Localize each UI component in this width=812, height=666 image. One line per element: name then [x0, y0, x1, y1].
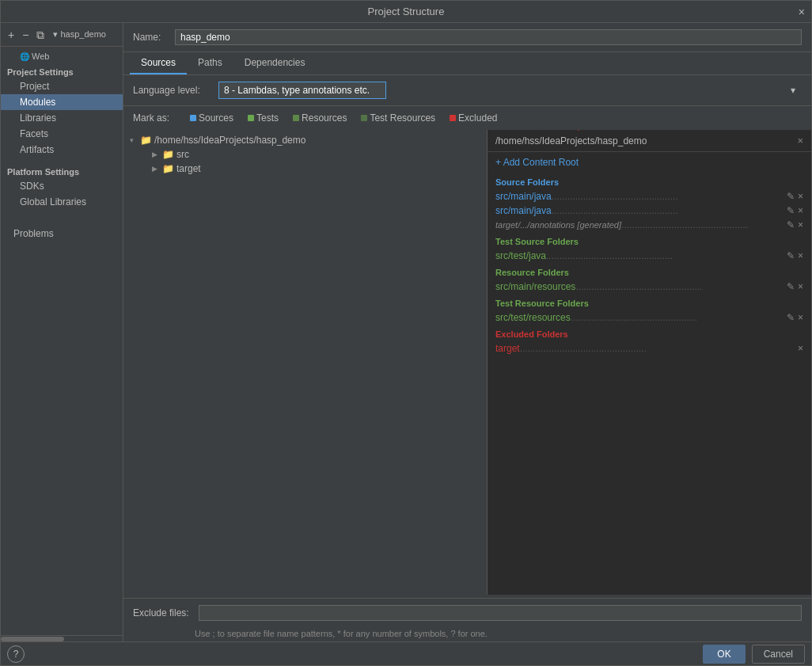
resource-folders-header: Resource Folders	[488, 263, 811, 280]
sidebar-item-libraries[interactable]: Libraries	[1, 110, 123, 126]
language-level-wrapper: 3 - Java 1.35 - Enums, autoboxing etc.6 …	[218, 82, 802, 99]
sidebar-item-project[interactable]: Project	[1, 78, 123, 94]
edit-resource-1[interactable]: ✎	[787, 281, 795, 292]
sidebar-item-sdks[interactable]: SDKs	[1, 178, 123, 194]
folder-dots-1: ........................................…	[552, 191, 787, 202]
sidebar-tree-web: 🌐 Web	[1, 50, 123, 63]
language-level-label: Language level:	[133, 85, 212, 96]
resources-dot	[293, 115, 299, 121]
right-panel: Name: Sources Paths Dependencies Languag…	[123, 23, 811, 641]
excluded-folder-row-1: target .................................…	[488, 341, 811, 356]
excluded-folder-actions-1: ×	[798, 343, 803, 354]
bottom-bar: ? OK Cancel	[1, 641, 811, 665]
remove-module-button[interactable]: −	[20, 28, 31, 42]
main-content: + − ⧉ ▾ hasp_demo 🌐 Web Project Settings…	[1, 23, 811, 641]
source-folders-header: Source Folders	[488, 173, 811, 189]
chevron-right-icon-2: ▶	[152, 165, 160, 173]
edit-source-folder-1[interactable]: ✎	[787, 191, 795, 202]
sidebar-item-artifacts[interactable]: Artifacts	[1, 142, 123, 158]
test-source-folders-header: Test Source Folders	[488, 232, 811, 249]
tabs-row: Sources Paths Dependencies	[123, 52, 811, 75]
test-source-folder-row-1: src/test/java ..........................…	[488, 249, 811, 263]
info-path-row: /home/hss/IdeaProjects/hasp_demo ×	[488, 130, 811, 152]
tests-dot	[248, 115, 254, 121]
title-bar: Project Structure ×	[1, 1, 811, 23]
generated-folder-actions: ✎ ×	[787, 219, 803, 230]
excluded-folders-header: Excluded Folders	[488, 325, 811, 341]
source-folder-actions-1: ✎ ×	[787, 191, 803, 202]
add-content-root-button[interactable]: + Add Content Root	[488, 152, 811, 173]
name-row: Name:	[123, 23, 811, 52]
file-tree-root[interactable]: ▾ 📁 /home/hss/IdeaProjects/hasp_demo	[123, 133, 487, 147]
cancel-button[interactable]: Cancel	[752, 645, 805, 664]
test-resource-folder-row-1: src/test/resources .....................…	[488, 310, 811, 325]
mark-as-row: Mark as: Sources Tests Resources Test Re…	[123, 106, 811, 130]
tab-sources[interactable]: Sources	[130, 52, 187, 74]
info-panel: /home/hss/IdeaProjects/hasp_demo ×	[488, 130, 811, 595]
file-tree-panel: ▾ 📁 /home/hss/IdeaProjects/hasp_demo ▶ 📁…	[123, 130, 488, 595]
folder-dots-2: ........................................…	[552, 205, 787, 216]
sidebar-item-global-libraries[interactable]: Global Libraries	[1, 194, 123, 210]
mark-resources-button[interactable]: Resources	[288, 111, 351, 125]
mark-excluded-button[interactable]: Excluded	[445, 111, 502, 125]
sidebar-toolbar: + − ⧉ ▾ hasp_demo	[1, 23, 123, 47]
add-module-button[interactable]: +	[6, 28, 17, 42]
excluded-folder-path-1: target	[495, 343, 520, 354]
generated-folder-row: target/.../annotations [generated] .....…	[488, 218, 811, 232]
content-panels: ▾ 📁 /home/hss/IdeaProjects/hasp_demo ▶ 📁…	[123, 130, 811, 595]
platform-settings-label: Platform Settings	[1, 162, 123, 178]
edit-test-source-1[interactable]: ✎	[787, 250, 795, 261]
info-path-text: /home/hss/IdeaProjects/hasp_demo	[495, 135, 647, 147]
remove-generated-folder[interactable]: ×	[798, 219, 803, 230]
language-row: Language level: 3 - Java 1.35 - Enums, a…	[123, 75, 811, 106]
file-tree-src[interactable]: ▶ 📁 src	[123, 147, 487, 162]
ok-button[interactable]: OK	[703, 645, 745, 664]
language-level-select[interactable]: 3 - Java 1.35 - Enums, autoboxing etc.6 …	[218, 82, 386, 99]
exclude-files-row: Exclude files:	[123, 598, 811, 627]
help-button[interactable]: ?	[7, 645, 25, 663]
mark-tests-button[interactable]: Tests	[243, 111, 283, 125]
source-folder-row-2: src/main/java ..........................…	[488, 204, 811, 218]
remove-source-folder-1[interactable]: ×	[798, 191, 803, 202]
source-folder-row-1: src/main/java ..........................…	[488, 189, 811, 204]
folder-dots-gen: ........................................…	[621, 219, 787, 230]
remove-test-source-1[interactable]: ×	[798, 250, 803, 261]
close-button[interactable]: ×	[799, 6, 805, 18]
tab-dependencies[interactable]: Dependencies	[233, 52, 317, 74]
source-folder-actions-2: ✎ ×	[787, 205, 803, 216]
tab-paths[interactable]: Paths	[187, 52, 233, 74]
exclude-files-label: Exclude files:	[133, 607, 192, 618]
edit-generated-folder[interactable]: ✎	[787, 219, 795, 230]
info-close-button[interactable]: ×	[797, 135, 803, 147]
name-input[interactable]	[175, 29, 802, 45]
test-resource-folder-path-1: src/test/resources	[495, 312, 571, 323]
sidebar-item-problems[interactable]: Problems	[1, 226, 123, 242]
sidebar-scrollbar-thumb	[1, 637, 64, 641]
test-source-folder-path-1: src/test/java	[495, 250, 546, 261]
edit-source-folder-2[interactable]: ✎	[787, 205, 795, 216]
sidebar-item-modules[interactable]: Modules	[1, 94, 123, 110]
remove-source-folder-2[interactable]: ×	[798, 205, 803, 216]
sidebar-item-facets[interactable]: Facets	[1, 126, 123, 142]
bottom-actions: OK Cancel	[703, 645, 805, 664]
project-settings-label: Project Settings	[1, 63, 123, 78]
folder-dots-test-res-1: ........................................…	[571, 312, 787, 323]
chevron-down-icon: ▾	[130, 136, 138, 144]
remove-resource-1[interactable]: ×	[798, 281, 803, 292]
mark-test-resources-button[interactable]: Test Resources	[356, 111, 440, 125]
remove-test-resource-1[interactable]: ×	[798, 312, 803, 323]
remove-excluded-1[interactable]: ×	[798, 343, 803, 354]
folder-dots-test-1: ........................................…	[546, 250, 787, 261]
exclude-files-input[interactable]	[199, 605, 802, 621]
edit-test-resource-1[interactable]: ✎	[787, 312, 795, 323]
source-folder-path-1: src/main/java	[495, 191, 552, 202]
resource-folder-path-1: src/main/resources	[495, 281, 575, 292]
source-folder-path-2: src/main/java	[495, 205, 552, 216]
excluded-dot	[450, 115, 456, 121]
copy-module-button[interactable]: ⧉	[34, 28, 47, 42]
project-structure-window: Project Structure × + − ⧉ ▾ hasp_demo 🌐 …	[0, 0, 812, 666]
mark-sources-button[interactable]: Sources	[185, 111, 238, 125]
generated-folder-path: target/.../annotations [generated]	[495, 220, 621, 230]
file-tree-target[interactable]: ▶ 📁 target	[123, 162, 487, 176]
sidebar-scrollbar[interactable]	[1, 635, 123, 641]
